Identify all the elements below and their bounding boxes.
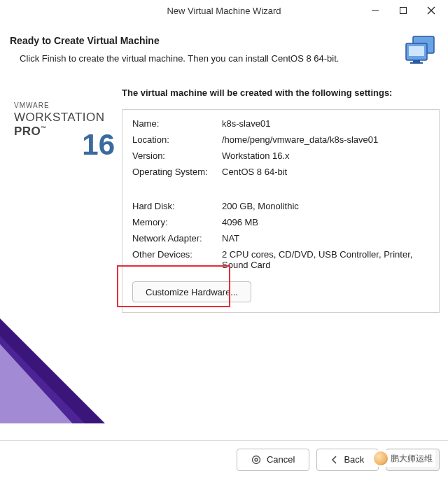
svg-point-9 (252, 456, 260, 463)
brand-version-number: 16 (82, 128, 115, 162)
settings-key: Location: (132, 134, 222, 145)
cancel-circle-icon (251, 455, 261, 465)
settings-row: Operating System:CentOS 8 64-bit (132, 167, 429, 177)
window-title: New Virtual Machine Wizard (167, 6, 281, 16)
settings-row: Other Devices:2 CPU cores, CD/DVD, USB C… (132, 249, 429, 270)
svg-rect-6 (409, 46, 424, 56)
page-subtitle: Click Finish to create the virtual machi… (20, 53, 430, 64)
brand-line-workstation: WORKSTATION (14, 111, 105, 125)
settings-value: Workstation 16.x (222, 150, 429, 161)
close-button[interactable] (417, 1, 445, 20)
settings-row: Name:k8s-slave01 (132, 118, 429, 129)
watermark-text: 鹏大师运维 (391, 453, 433, 465)
customize-hardware-button[interactable]: Customize Hardware... (132, 281, 251, 302)
settings-value: CentOS 8 64-bit (222, 167, 429, 177)
maximize-button[interactable] (389, 1, 417, 20)
settings-row: Hard Disk:200 GB, Monolithic (132, 201, 429, 211)
maximize-icon (399, 6, 407, 15)
watermark: 鹏大师运维 (371, 450, 435, 467)
settings-value: NAT (222, 233, 429, 244)
vm-monitor-icon (403, 34, 437, 67)
minimize-icon (371, 6, 379, 15)
settings-row: Location:/home/peng/vmware_data/k8s-slav… (132, 134, 429, 145)
settings-summary-box: Name:k8s-slave01Location:/home/peng/vmwa… (122, 109, 440, 313)
settings-value: /home/peng/vmware_data/k8s-slave01 (222, 134, 429, 145)
svg-rect-8 (410, 62, 423, 64)
back-button[interactable]: Back (316, 449, 379, 471)
decorative-triangle (0, 290, 98, 423)
brand-line-vmware: VMWARE (14, 101, 105, 109)
settings-row: Version:Workstation 16.x (132, 150, 429, 161)
settings-value: k8s-slave01 (222, 118, 429, 129)
settings-row: Network Adapter:NAT (132, 233, 429, 244)
cancel-button[interactable]: Cancel (237, 449, 309, 471)
watermark-avatar-icon (374, 451, 388, 465)
svg-point-10 (255, 458, 258, 461)
settings-row: Memory:4096 MB (132, 217, 429, 227)
page-title: Ready to Create Virtual Machine (10, 35, 430, 46)
settings-key: Name: (132, 118, 222, 129)
settings-key: Version: (132, 150, 222, 161)
svg-rect-1 (400, 8, 407, 14)
settings-key: Network Adapter: (132, 233, 222, 244)
settings-key: Other Devices: (132, 249, 222, 270)
chevron-left-icon (331, 456, 338, 464)
close-icon (427, 6, 435, 15)
settings-intro-text: The virtual machine will be created with… (122, 87, 440, 98)
settings-value: 2 CPU cores, CD/DVD, USB Controller, Pri… (222, 249, 429, 270)
settings-key: Hard Disk: (132, 201, 222, 211)
svg-rect-7 (413, 60, 420, 62)
minimize-button[interactable] (361, 1, 389, 20)
brand-panel: VMWARE WORKSTATION PRO™ 16 (0, 73, 122, 423)
settings-key: Operating System: (132, 167, 222, 177)
settings-value: 200 GB, Monolithic (222, 201, 429, 211)
settings-value: 4096 MB (222, 217, 429, 227)
settings-key: Memory: (132, 217, 222, 227)
